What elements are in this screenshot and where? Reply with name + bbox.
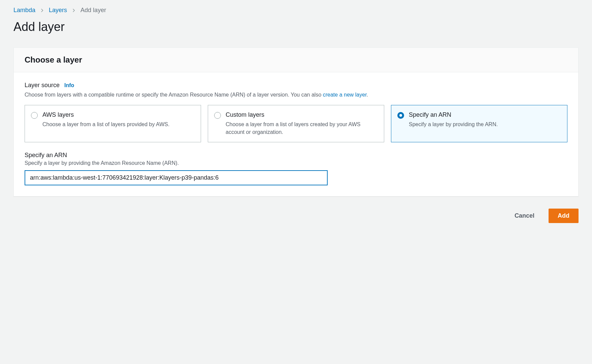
breadcrumb-lambda[interactable]: Lambda — [13, 7, 35, 14]
layer-source-desc-text: Choose from layers with a compatible run… — [25, 92, 323, 98]
panel-header: Choose a layer — [14, 48, 578, 72]
arn-field-desc: Specify a layer by providing the Amazon … — [25, 160, 567, 166]
breadcrumb-current: Add layer — [80, 7, 106, 14]
option-custom-layers[interactable]: Custom layers Choose a layer from a list… — [208, 105, 384, 142]
chevron-right-icon — [72, 8, 76, 12]
option-title: Specify an ARN — [409, 111, 498, 118]
option-title: Custom layers — [226, 111, 378, 118]
layer-source-desc-suffix: . — [367, 92, 368, 98]
layer-source-label: Layer source — [25, 82, 60, 89]
info-link[interactable]: Info — [64, 82, 74, 88]
option-desc: Choose a layer from a list of layers cre… — [226, 120, 378, 136]
cancel-button[interactable]: Cancel — [506, 209, 543, 223]
breadcrumb: Lambda Layers Add layer — [13, 7, 579, 14]
layer-source-description: Choose from layers with a compatible run… — [25, 91, 567, 99]
add-button[interactable]: Add — [549, 209, 579, 223]
option-desc: Choose a layer from a list of layers pro… — [42, 120, 169, 128]
panel-body: Layer source Info Choose from layers wit… — [14, 72, 578, 196]
option-title: AWS layers — [42, 111, 169, 118]
radio-icon — [214, 112, 221, 119]
page-title: Add layer — [13, 20, 579, 34]
create-new-layer-link[interactable]: create a new layer — [323, 92, 367, 98]
option-aws-layers[interactable]: AWS layers Choose a layer from a list of… — [25, 105, 201, 142]
layer-source-options: AWS layers Choose a layer from a list of… — [25, 105, 567, 142]
breadcrumb-layers[interactable]: Layers — [49, 7, 67, 14]
footer-actions: Cancel Add — [13, 209, 579, 223]
choose-layer-panel: Choose a layer Layer source Info Choose … — [13, 47, 579, 196]
option-desc: Specify a layer by providing the ARN. — [409, 120, 498, 128]
option-specify-arn[interactable]: Specify an ARN Specify a layer by provid… — [391, 105, 567, 142]
radio-icon — [397, 112, 404, 119]
radio-icon — [31, 112, 38, 119]
arn-field-label: Specify an ARN — [25, 152, 567, 159]
panel-header-title: Choose a layer — [25, 55, 567, 65]
chevron-right-icon — [40, 8, 44, 12]
arn-input[interactable] — [25, 170, 328, 185]
